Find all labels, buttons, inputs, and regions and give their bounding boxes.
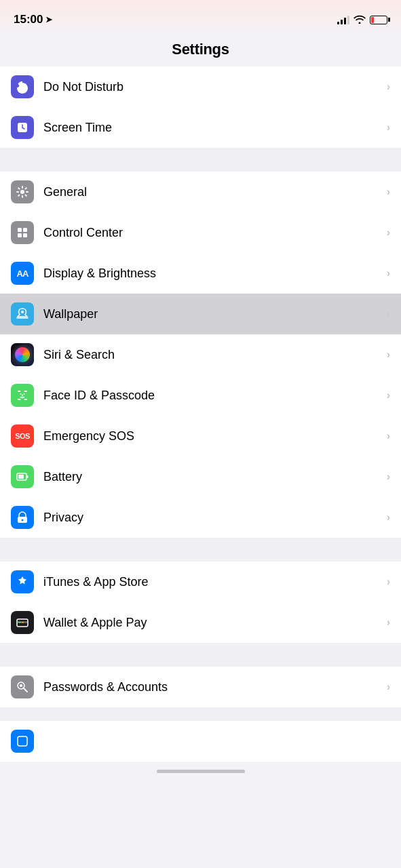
status-icons <box>337 14 387 26</box>
section-divider-2 <box>0 538 401 561</box>
privacy-chevron: › <box>387 511 390 524</box>
appstore-icon <box>11 570 34 593</box>
do-not-disturb-chevron: › <box>387 81 390 93</box>
emergency-sos-label: Emergency SOS <box>43 429 387 443</box>
location-arrow-icon: ➤ <box>45 15 52 24</box>
settings-section-2: General › Control Center › AA Display & … <box>0 172 401 538</box>
svg-point-1 <box>20 190 24 194</box>
settings-row-screen-time[interactable]: Screen Time › <box>0 107 401 148</box>
svg-rect-4 <box>18 233 22 237</box>
page-title-container: Settings <box>0 35 401 66</box>
itunes-appstore-label: iTunes & App Store <box>43 575 387 589</box>
screen-time-label: Screen Time <box>43 121 387 135</box>
wallpaper-chevron: › <box>387 308 390 320</box>
control-center-icon <box>11 221 34 244</box>
home-bar <box>157 770 245 773</box>
passwords-accounts-chevron: › <box>387 681 390 693</box>
wallet-applepay-icon <box>11 611 34 634</box>
svg-point-13 <box>22 519 24 521</box>
svg-rect-10 <box>26 475 28 478</box>
itunes-appstore-chevron: › <box>387 576 390 588</box>
settings-section-1: Do Not Disturb › Screen Time › <box>0 66 401 148</box>
screen-time-icon <box>11 116 34 139</box>
svg-rect-20 <box>18 736 27 746</box>
settings-row-siri-search[interactable]: Siri & Search › <box>0 334 401 375</box>
page-title: Settings <box>172 41 229 58</box>
svg-rect-2 <box>18 228 22 232</box>
settings-row-wallet-applepay[interactable]: Wallet & Apple Pay › <box>0 602 401 643</box>
svg-rect-3 <box>23 228 27 232</box>
settings-row-wallpaper[interactable]: Wallpaper › <box>0 294 401 334</box>
passwords-accounts-label: Passwords & Accounts <box>43 680 387 694</box>
settings-row-face-id[interactable]: Face ID & Passcode › <box>0 375 401 416</box>
wallpaper-label: Wallpaper <box>43 307 387 321</box>
general-chevron: › <box>387 186 390 198</box>
battery-label: Battery <box>43 470 387 484</box>
settings-section-4: Passwords & Accounts › <box>0 667 401 707</box>
status-bar: 15:00 ➤ <box>0 0 401 35</box>
display-brightness-chevron: › <box>387 267 390 279</box>
svg-point-8 <box>24 393 25 395</box>
settings-row-general[interactable]: General › <box>0 172 401 212</box>
face-id-label: Face ID & Passcode <box>43 389 387 403</box>
battery-chevron: › <box>387 471 390 483</box>
siri-search-icon <box>11 343 34 366</box>
settings-section-3: iTunes & App Store › Wallet & Apple Pay … <box>0 561 401 643</box>
privacy-icon <box>11 506 34 529</box>
wallpaper-icon <box>11 302 34 326</box>
general-label: General <box>43 185 387 199</box>
display-brightness-icon: AA <box>11 262 34 285</box>
passwords-accounts-icon <box>11 675 34 698</box>
svg-rect-16 <box>18 622 21 623</box>
partial-icon <box>11 730 34 753</box>
do-not-disturb-icon <box>11 75 34 98</box>
status-time: 15:00 ➤ <box>14 13 52 26</box>
wallet-applepay-label: Wallet & Apple Pay <box>43 616 387 630</box>
signal-strength-icon <box>337 15 349 24</box>
svg-point-7 <box>20 393 22 395</box>
settings-row-do-not-disturb[interactable]: Do Not Disturb › <box>0 66 401 107</box>
wallet-applepay-chevron: › <box>387 616 390 629</box>
control-center-label: Control Center <box>43 226 387 240</box>
section-divider-3 <box>0 643 401 667</box>
settings-row-privacy[interactable]: Privacy › <box>0 497 401 538</box>
wifi-icon <box>354 14 366 26</box>
siri-search-chevron: › <box>387 349 390 361</box>
svg-point-19 <box>20 684 22 687</box>
general-icon <box>11 180 34 203</box>
settings-row-emergency-sos[interactable]: SOS Emergency SOS › <box>0 416 401 456</box>
control-center-chevron: › <box>387 226 390 239</box>
siri-search-label: Siri & Search <box>43 348 387 362</box>
emergency-sos-chevron: › <box>387 430 390 442</box>
settings-row-battery[interactable]: Battery › <box>0 456 401 497</box>
do-not-disturb-label: Do Not Disturb <box>43 80 387 94</box>
battery-status-icon <box>370 16 387 24</box>
privacy-label: Privacy <box>43 511 387 525</box>
home-indicator <box>0 762 401 778</box>
settings-row-display-brightness[interactable]: AA Display & Brightness › <box>0 253 401 294</box>
screen-time-chevron: › <box>387 121 390 134</box>
bottom-spacer <box>0 707 401 721</box>
emergency-sos-icon: SOS <box>11 425 34 448</box>
svg-rect-5 <box>23 233 27 237</box>
svg-rect-11 <box>18 475 24 479</box>
settings-row-control-center[interactable]: Control Center › <box>0 212 401 253</box>
settings-row-partial-bottom[interactable] <box>0 721 401 762</box>
time-display: 15:00 <box>14 13 43 26</box>
svg-point-6 <box>21 311 24 313</box>
display-brightness-label: Display & Brightness <box>43 267 387 281</box>
settings-row-passwords-accounts[interactable]: Passwords & Accounts › <box>0 667 401 707</box>
face-id-chevron: › <box>387 389 390 401</box>
section-divider-1 <box>0 148 401 172</box>
battery-icon <box>11 465 34 488</box>
svg-rect-17 <box>22 622 24 623</box>
face-id-icon <box>11 384 34 407</box>
settings-row-itunes-appstore[interactable]: iTunes & App Store › <box>0 561 401 602</box>
